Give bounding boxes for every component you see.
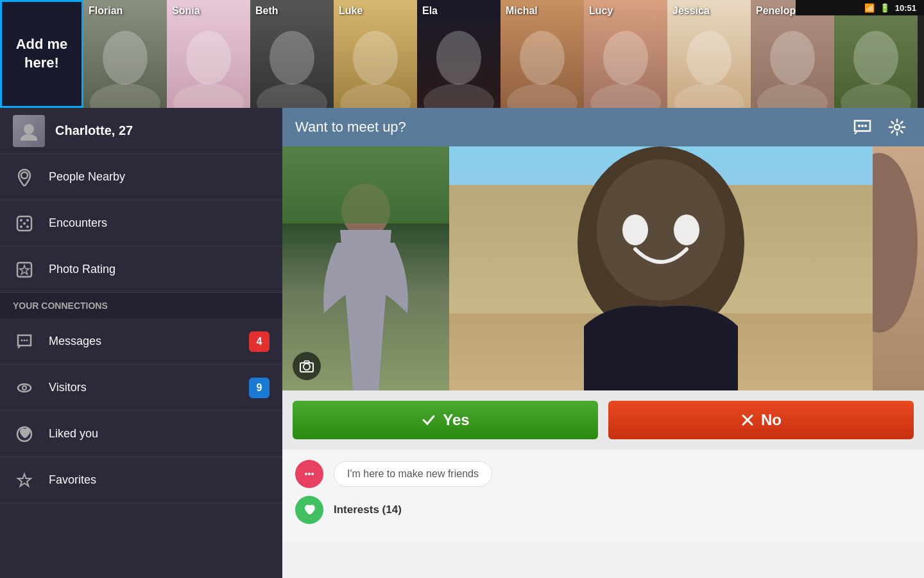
photo-right[interactable] <box>449 146 873 390</box>
action-buttons: Yes No <box>282 390 924 450</box>
svg-point-48 <box>674 215 699 245</box>
svg-point-0 <box>103 31 148 85</box>
profile-thumb-name: Luke <box>339 5 363 17</box>
svg-point-14 <box>687 31 732 85</box>
content-header: Want to meet up? <box>282 108 924 146</box>
connections-section-header: Your Connections <box>0 293 282 319</box>
profile-thumb-florian[interactable]: Florian <box>83 0 167 108</box>
svg-point-11 <box>507 83 578 108</box>
svg-point-12 <box>603 31 648 85</box>
battery-icon: 🔋 <box>880 3 890 13</box>
svg-point-20 <box>24 124 34 134</box>
photo-left[interactable] <box>282 146 449 390</box>
profile-thumb-name: Ela <box>422 5 438 17</box>
profile-thumb-ela[interactable]: Ela <box>417 0 501 108</box>
svg-point-27 <box>26 225 29 228</box>
visitors-badge: 9 <box>249 378 270 398</box>
message-icon-button[interactable] <box>848 113 877 141</box>
svg-point-34 <box>18 384 31 392</box>
sidebar-item-label: Photo Rating <box>49 263 116 276</box>
svg-point-35 <box>22 386 26 390</box>
sidebar-item-visitors[interactable]: Visitors 9 <box>0 365 282 411</box>
profile-thumb-lucy[interactable]: Lucy <box>584 0 667 108</box>
svg-point-8 <box>436 31 481 85</box>
sidebar-item-messages[interactable]: Messages 4 <box>0 319 282 365</box>
profile-thumb-thomas[interactable]: Thomas <box>834 0 918 108</box>
profile-thumb-name: Michal <box>506 5 538 17</box>
svg-point-26 <box>20 225 22 228</box>
star-outline-icon <box>13 258 36 281</box>
profile-thumb-penelope[interactable]: Penelope <box>751 0 834 108</box>
profile-thumb-michal[interactable]: Michal <box>501 0 584 108</box>
user-name: Charlotte, 27 <box>55 123 133 138</box>
interests-bubble <box>295 496 323 524</box>
svg-point-47 <box>622 215 648 245</box>
svg-point-52 <box>311 473 314 475</box>
eye-icon <box>13 376 36 399</box>
settings-icon-button[interactable] <box>883 113 911 141</box>
svg-point-18 <box>853 31 898 85</box>
svg-point-49 <box>873 153 918 333</box>
no-button[interactable]: No <box>608 401 914 439</box>
svg-point-32 <box>24 339 26 341</box>
camera-button[interactable] <box>293 352 321 380</box>
main-content: Want to meet up? <box>282 108 924 578</box>
status-time: 10:51 <box>895 3 916 13</box>
add-me-box[interactable]: Add me here! <box>0 0 83 108</box>
header-title: Want to meet up? <box>295 119 842 136</box>
sidebar-item-label: Visitors <box>49 381 87 394</box>
profile-thumb-name: Penelope <box>756 5 801 17</box>
profile-thumbs-container: Florian Sonia Beth Luke Ela Michal Lucy … <box>83 0 924 108</box>
info-section: I'm here to make new friends Interests (… <box>282 450 924 542</box>
svg-marker-37 <box>18 474 31 486</box>
status-bubble <box>295 460 323 488</box>
wifi-icon: 📶 <box>864 3 875 13</box>
svg-point-16 <box>770 31 815 85</box>
sidebar-item-label: Liked you <box>49 427 98 441</box>
svg-point-24 <box>20 219 22 222</box>
svg-point-43 <box>304 363 310 370</box>
svg-point-50 <box>305 473 307 475</box>
sidebar-item-photo-rating[interactable]: Photo Rating <box>0 247 282 293</box>
svg-point-40 <box>864 125 867 127</box>
sidebar-item-label: Favorites <box>49 473 96 487</box>
svg-point-10 <box>520 31 565 85</box>
profile-thumb-name: Sonia <box>172 5 200 17</box>
sidebar-item-favorites[interactable]: Favorites <box>0 457 282 504</box>
sidebar: Charlotte, 27 People Nearby Encounters <box>0 108 282 578</box>
yes-button[interactable]: Yes <box>293 401 598 439</box>
sidebar-item-people-nearby[interactable]: People Nearby <box>0 154 282 200</box>
svg-point-9 <box>424 83 494 108</box>
interests-text: Interests (14) <box>334 504 402 516</box>
profile-thumb-sonia[interactable]: Sonia <box>167 0 250 108</box>
svg-point-28 <box>23 222 26 225</box>
profile-thumb-jessica[interactable]: Jessica <box>667 0 751 108</box>
user-profile-row[interactable]: Charlotte, 27 <box>0 108 282 154</box>
svg-point-22 <box>21 172 28 179</box>
chat-icon <box>13 330 36 353</box>
svg-point-46 <box>597 159 725 301</box>
sidebar-item-liked-you[interactable]: Liked you <box>0 411 282 457</box>
sidebar-item-label: Encounters <box>49 216 107 230</box>
svg-point-2 <box>186 31 231 85</box>
profile-thumb-name: Jessica <box>672 5 710 17</box>
sidebar-item-encounters[interactable]: Encounters <box>0 200 282 247</box>
svg-point-4 <box>270 31 314 85</box>
svg-point-3 <box>173 83 244 108</box>
profile-thumb-name: Florian <box>89 5 123 17</box>
profile-thumb-luke[interactable]: Luke <box>334 0 417 108</box>
interests-info-row[interactable]: Interests (14) <box>295 496 911 524</box>
svg-point-15 <box>674 83 744 108</box>
sidebar-item-label: Messages <box>49 335 101 348</box>
svg-point-51 <box>308 473 311 475</box>
profile-thumb-beth[interactable]: Beth <box>250 0 334 108</box>
sidebar-item-label: People Nearby <box>49 170 125 184</box>
svg-point-38 <box>858 125 860 127</box>
photo-partial <box>873 146 924 390</box>
svg-point-39 <box>861 125 864 127</box>
profile-strip: Add me here! Florian Sonia Beth Luke Ela… <box>0 0 924 108</box>
profile-thumb-name: Beth <box>255 5 278 17</box>
svg-point-6 <box>353 31 398 85</box>
svg-point-19 <box>841 83 911 108</box>
svg-point-41 <box>894 125 900 130</box>
